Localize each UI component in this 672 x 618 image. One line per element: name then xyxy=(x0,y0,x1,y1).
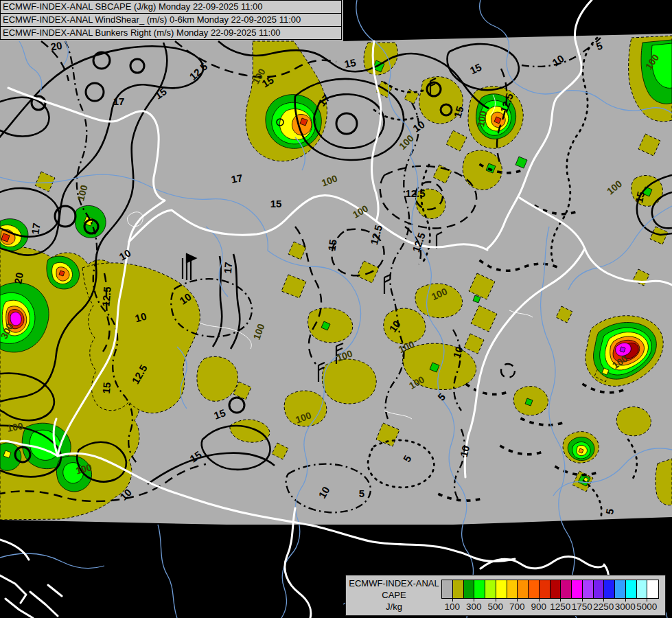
legend-title-line2: CAPE xyxy=(349,589,439,601)
legend-swatch-13 xyxy=(583,580,594,598)
legend-swatch-15 xyxy=(604,580,615,598)
legend-swatch-8 xyxy=(529,580,540,598)
title-box: ECMWF-INDEX-ANAL SBCAPE (J/kg) Monday 22… xyxy=(0,0,342,40)
legend-swatch-0 xyxy=(442,580,453,598)
legend-title-line1: ECMWF-INDEX-ANAL xyxy=(349,577,439,589)
legend-tick-label: 700 xyxy=(509,602,525,612)
legend-swatch-2 xyxy=(464,580,475,598)
legend-tick-label: 500 xyxy=(487,602,503,612)
cape-legend: ECMWF-INDEX-ANAL CAPE J/kg 1003005007009… xyxy=(345,575,666,616)
legend-tick-label: 300 xyxy=(466,602,482,612)
legend-title: ECMWF-INDEX-ANAL CAPE J/kg xyxy=(349,577,439,613)
legend-swatch-14 xyxy=(594,580,605,598)
legend-tick-label: 100 xyxy=(444,602,460,612)
legend-swatch-11 xyxy=(561,580,572,598)
legend-title-line3: J/kg xyxy=(349,601,439,613)
title-line-windshear: ECMWF-INDEX-ANAL WindShear_ (m/s) 0-6km … xyxy=(1,14,341,27)
legend-tick-label: 5000 xyxy=(636,602,657,612)
legend-swatch-10 xyxy=(551,580,561,598)
legend-swatch-3 xyxy=(474,580,485,598)
legend-swatch-6 xyxy=(507,580,518,598)
legend-tick-label: 900 xyxy=(531,602,546,612)
legend-swatch-18 xyxy=(637,580,648,598)
legend-colorbar xyxy=(441,580,659,599)
legend-tick-label: 2250 xyxy=(593,602,614,612)
legend-tick-label: 1750 xyxy=(572,602,592,612)
legend-swatch-4 xyxy=(485,580,496,598)
title-line-sbcape: ECMWF-INDEX-ANAL SBCAPE (J/kg) Monday 22… xyxy=(1,1,341,14)
legend-tick-label: 3000 xyxy=(615,602,636,612)
legend-swatch-17 xyxy=(626,580,637,598)
legend-swatch-19 xyxy=(647,580,658,598)
title-line-bunkers: ECMWF-INDEX-ANAL Bunkers Right (m/s) Mon… xyxy=(1,27,341,39)
legend-swatch-16 xyxy=(615,580,626,598)
legend-swatch-9 xyxy=(540,580,551,598)
weather-map-screenshot: 20171512.5100171012.53001001515171010017… xyxy=(0,0,672,618)
legend-swatch-1 xyxy=(453,580,464,598)
legend-tick-label: 1250 xyxy=(550,602,570,612)
legend-swatch-7 xyxy=(518,580,529,598)
legend-swatch-12 xyxy=(572,580,583,598)
weather-map-svg xyxy=(0,0,672,618)
legend-swatch-5 xyxy=(496,580,507,598)
